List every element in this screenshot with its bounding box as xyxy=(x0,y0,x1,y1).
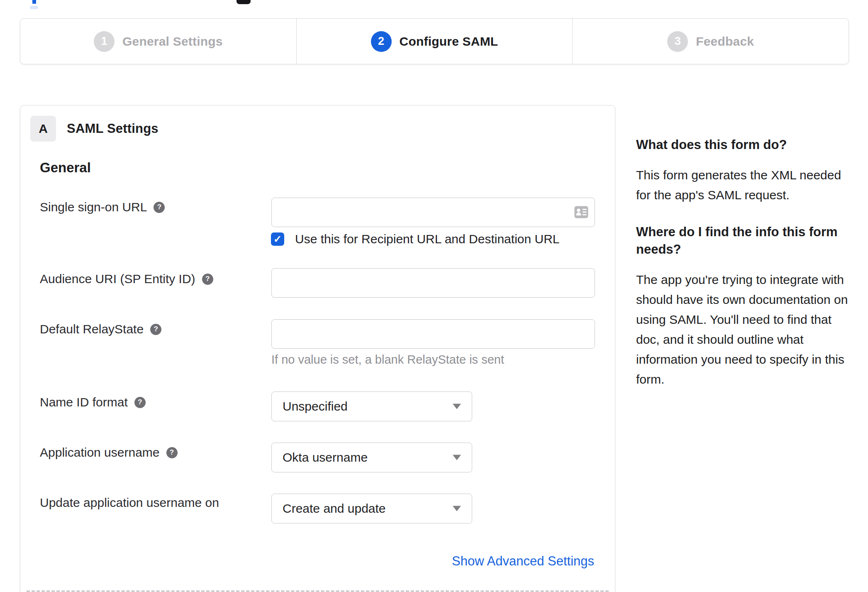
app-username-help-icon[interactable]: ? xyxy=(166,447,178,458)
chevron-down-icon xyxy=(453,506,461,511)
saml-settings-panel: A SAML Settings General Single sign-on U… xyxy=(20,105,615,592)
name-id-format-select[interactable]: Unspecified xyxy=(271,391,472,421)
help-sidebar: What does this form do? This form genera… xyxy=(636,136,857,408)
app-username-label-row: Application username ? xyxy=(40,445,178,460)
cutoff-header-logo-fragment xyxy=(237,0,251,4)
audience-uri-input[interactable] xyxy=(271,268,595,298)
audience-uri-help-icon[interactable]: ? xyxy=(202,274,213,285)
name-id-format-label-row: Name ID format ? xyxy=(40,395,146,410)
name-id-format-label: Name ID format xyxy=(40,395,128,409)
show-advanced-settings-link[interactable]: Show Advanced Settings xyxy=(452,554,594,569)
sidebar-answer-2: The app you're trying to integrate with … xyxy=(636,270,857,389)
relay-state-help-icon[interactable]: ? xyxy=(150,324,161,335)
cutoff-header-blue-smudge xyxy=(30,6,38,9)
sso-url-label-row: Single sign-on URL ? xyxy=(40,200,165,215)
app-username-selected-value: Okta username xyxy=(283,450,368,465)
chevron-down-icon xyxy=(453,404,461,409)
section-letter-badge: A xyxy=(30,116,56,142)
recipient-url-checkbox-label[interactable]: Use this for Recipient URL and Destinati… xyxy=(295,232,560,247)
cutoff-header-blue-fragment xyxy=(32,0,36,4)
chevron-down-icon xyxy=(453,455,461,460)
step-2-label: Configure SAML xyxy=(400,34,498,49)
audience-uri-label-row: Audience URI (SP Entity ID) ? xyxy=(40,272,213,286)
name-id-format-help-icon[interactable]: ? xyxy=(134,397,146,408)
step-2-number-badge: 2 xyxy=(371,31,392,52)
sidebar-answer-1: This form generates the XML needed for t… xyxy=(636,165,857,205)
step-1-number-badge: 1 xyxy=(94,31,115,52)
sso-url-input[interactable] xyxy=(271,198,595,227)
app-username-select[interactable]: Okta username xyxy=(271,443,472,472)
name-id-format-selected-value: Unspecified xyxy=(283,399,348,413)
update-app-username-label-row: Update application username on xyxy=(40,495,219,510)
wizard-stepper: 1 General Settings 2 Configure SAML 3 Fe… xyxy=(20,18,849,64)
step-3-label: Feedback xyxy=(696,34,754,49)
section-title: SAML Settings xyxy=(67,116,158,142)
general-group-heading: General xyxy=(40,160,91,176)
sso-url-label: Single sign-on URL xyxy=(40,200,147,214)
step-1-label: General Settings xyxy=(122,34,223,49)
audience-uri-label: Audience URI (SP Entity ID) xyxy=(40,272,195,286)
sso-url-help-icon[interactable]: ? xyxy=(154,202,165,213)
relay-state-hint: If no value is set, a blank RelayState i… xyxy=(271,353,504,367)
recipient-url-checkbox[interactable]: ✓ xyxy=(271,232,284,246)
step-configure-saml[interactable]: 2 Configure SAML xyxy=(296,19,573,64)
update-app-username-selected-value: Create and update xyxy=(283,501,386,516)
update-app-username-label: Update application username on xyxy=(40,496,219,510)
sso-url-input-wrap xyxy=(271,198,595,227)
relay-state-input[interactable] xyxy=(271,319,595,349)
update-app-username-select[interactable]: Create and update xyxy=(271,494,472,524)
step-general-settings[interactable]: 1 General Settings xyxy=(20,19,296,64)
relay-state-label: Default RelayState xyxy=(40,322,144,336)
relay-state-label-row: Default RelayState ? xyxy=(40,322,161,337)
step-3-number-badge: 3 xyxy=(667,31,688,52)
sidebar-question-2: Where do I find the info this form needs… xyxy=(636,223,857,258)
sidebar-question-1: What does this form do? xyxy=(636,136,857,154)
step-feedback[interactable]: 3 Feedback xyxy=(572,19,848,64)
app-username-label: Application username xyxy=(40,445,160,460)
section-dashed-divider xyxy=(27,590,609,592)
